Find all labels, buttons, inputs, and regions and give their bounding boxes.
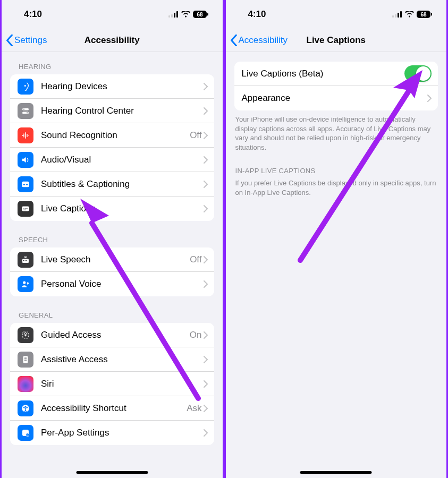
svg-text:68: 68 [420, 12, 427, 18]
row-accessibility-shortcut[interactable]: Accessibility Shortcut Ask [10, 396, 214, 421]
row-personal-voice[interactable]: Personal Voice [10, 272, 214, 296]
row-label: Per-App Settings [41, 428, 204, 438]
svg-rect-1 [171, 14, 173, 18]
row-siri[interactable]: Siri [10, 372, 214, 396]
svg-rect-33 [395, 14, 396, 18]
chevron-right-icon [204, 107, 208, 115]
svg-rect-12 [22, 181, 29, 187]
status-time: 4:10 [24, 9, 42, 20]
row-label: Sound Recognition [41, 130, 187, 141]
speech-list: Live Speech Off Personal Voice [10, 247, 214, 296]
row-guided-access[interactable]: Guided Access On [10, 323, 214, 347]
wifi-icon [181, 11, 190, 18]
back-label: Accessibility [239, 35, 288, 46]
chevron-right-icon [204, 205, 208, 212]
svg-rect-25 [24, 360, 27, 361]
chevron-right-icon [204, 83, 208, 90]
chevron-right-icon [427, 95, 432, 102]
svg-point-7 [24, 85, 26, 87]
back-button[interactable]: Accessibility [230, 35, 288, 46]
svg-rect-8 [22, 108, 29, 110]
status-icons: 68 [168, 11, 209, 18]
row-per-app-settings[interactable]: Per-App Settings [10, 421, 214, 445]
home-indicator[interactable] [76, 471, 148, 474]
chevron-right-icon [204, 156, 208, 164]
row-audio-visual[interactable]: Audio/Visual [10, 148, 214, 172]
audio-visual-icon [18, 152, 33, 168]
row-appearance[interactable]: Appearance [234, 86, 438, 110]
settings-scroll[interactable]: HEARING Hearing Devices Hearing Control … [2, 52, 223, 478]
live-captions-list: Live Captions (Beta) Appearance [234, 62, 438, 110]
row-label: Hearing Control Center [41, 106, 204, 116]
left-screenshot: 4:10 68 Settings Accessibility HEARING H… [0, 0, 224, 478]
svg-point-11 [27, 112, 28, 113]
row-label: Subtitles & Captioning [41, 179, 204, 190]
footer-description-1: Your iPhone will use on-device intellige… [226, 110, 447, 152]
back-button[interactable]: Settings [6, 35, 47, 46]
per-app-settings-icon [18, 425, 33, 441]
accessibility-shortcut-icon [18, 400, 33, 416]
siri-icon [18, 376, 33, 392]
cellular-icon [168, 11, 179, 18]
chevron-right-icon [204, 331, 208, 339]
section-header-speech: SPEECH [2, 221, 223, 247]
hearing-control-icon [18, 103, 33, 119]
row-hearing-control-center[interactable]: Hearing Control Center [10, 99, 214, 123]
live-speech-icon [18, 252, 33, 268]
svg-rect-13 [23, 184, 26, 185]
row-live-captions[interactable]: Live Captions [10, 197, 214, 221]
nav-bar: Accessibility Live Captions [226, 29, 447, 52]
chevron-right-icon [204, 380, 208, 388]
right-screenshot: 4:10 68 Accessibility Live Captions Live… [224, 0, 449, 478]
cellular-icon [392, 11, 402, 18]
row-label: Personal Voice [41, 279, 204, 289]
battery-icon: 68 [417, 11, 433, 18]
svg-rect-32 [392, 15, 394, 18]
svg-point-10 [23, 108, 24, 109]
subtitles-icon [18, 176, 33, 192]
chevron-right-icon [204, 405, 208, 412]
svg-rect-19 [27, 260, 28, 261]
back-label: Settings [14, 35, 47, 46]
chevron-left-icon [6, 35, 13, 46]
row-label: Live Captions [41, 203, 204, 214]
row-live-speech[interactable]: Live Speech Off [10, 247, 214, 272]
section-header-general: GENERAL [2, 296, 223, 323]
live-captions-toggle[interactable] [404, 65, 432, 82]
livecaptions-scroll[interactable]: Live Captions (Beta) Appearance Your iPh… [226, 52, 447, 478]
chevron-right-icon [204, 256, 208, 263]
nav-bar: Settings Accessibility [2, 29, 223, 52]
row-hearing-devices[interactable]: Hearing Devices [10, 74, 214, 99]
wifi-icon [405, 11, 414, 18]
svg-rect-35 [400, 11, 402, 18]
chevron-right-icon [204, 132, 208, 139]
row-label: Live Captions (Beta) [242, 69, 405, 79]
section-header-hearing: HEARING [2, 52, 223, 74]
hearing-list: Hearing Devices Hearing Control Center S… [10, 74, 214, 221]
row-subtitles-captioning[interactable]: Subtitles & Captioning [10, 172, 214, 197]
home-indicator[interactable] [300, 471, 372, 474]
live-captions-icon [18, 201, 33, 217]
status-icons: 68 [392, 11, 433, 18]
row-live-captions-toggle[interactable]: Live Captions (Beta) [234, 62, 438, 86]
row-detail: Off [190, 254, 201, 265]
row-label: Accessibility Shortcut [41, 403, 183, 414]
row-detail: On [190, 330, 202, 340]
svg-rect-37 [431, 13, 432, 16]
status-bar: 4:10 68 [2, 0, 223, 29]
row-assistive-access[interactable]: Assistive Access [10, 347, 214, 372]
battery-icon: 68 [193, 11, 209, 18]
svg-rect-22 [25, 334, 27, 336]
svg-rect-14 [26, 184, 28, 185]
hearing-devices-icon [18, 79, 33, 95]
row-label: Live Speech [41, 254, 187, 265]
status-bar: 4:10 68 [226, 0, 447, 29]
svg-point-27 [25, 405, 27, 407]
row-label: Audio/Visual [41, 155, 204, 165]
footer-description-2: If you prefer Live Captions be displayed… [226, 178, 447, 197]
row-sound-recognition[interactable]: Sound Recognition Off [10, 123, 214, 148]
chevron-right-icon [204, 181, 208, 188]
chevron-right-icon [204, 356, 208, 363]
row-label: Siri [41, 379, 204, 389]
svg-rect-18 [25, 260, 26, 261]
